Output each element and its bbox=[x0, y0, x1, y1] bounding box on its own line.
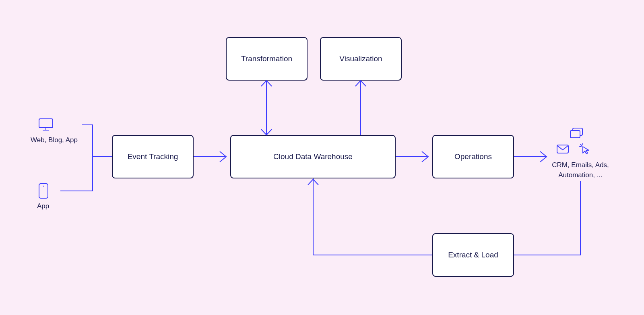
node-event-tracking: Event Tracking bbox=[112, 135, 194, 178]
node-warehouse: Cloud Data Warehouse bbox=[230, 135, 396, 178]
cursor-click-icon bbox=[579, 143, 592, 157]
destination-label-line2: Automation, ... bbox=[558, 171, 603, 179]
svg-rect-6 bbox=[570, 131, 580, 138]
svg-rect-0 bbox=[39, 119, 53, 128]
node-operations: Operations bbox=[432, 135, 514, 178]
node-extract-load: Extract & Load bbox=[432, 233, 514, 277]
destination-label-line1: CRM, Emails, Ads, bbox=[552, 161, 609, 169]
node-visualization-label: Visualization bbox=[339, 54, 382, 63]
svg-rect-7 bbox=[557, 145, 568, 153]
svg-point-4 bbox=[43, 186, 44, 187]
node-transformation: Transformation bbox=[226, 37, 308, 81]
node-operations-label: Operations bbox=[454, 152, 492, 161]
node-visualization: Visualization bbox=[320, 37, 402, 81]
source-web-label: Web, Blog, App bbox=[31, 135, 78, 145]
source-app-label: App bbox=[37, 201, 49, 211]
node-warehouse-label: Cloud Data Warehouse bbox=[273, 152, 353, 161]
svg-line-10 bbox=[580, 144, 582, 145]
monitor-icon bbox=[38, 118, 54, 133]
envelope-icon bbox=[556, 144, 569, 155]
node-event-tracking-label: Event Tracking bbox=[128, 152, 178, 161]
node-transformation-label: Transformation bbox=[241, 54, 292, 63]
destination-label: CRM, Emails, Ads, Automation, ... bbox=[548, 160, 613, 180]
phone-icon bbox=[38, 183, 49, 201]
node-extract-load-label: Extract & Load bbox=[448, 251, 498, 259]
card-stack-icon bbox=[570, 127, 583, 140]
